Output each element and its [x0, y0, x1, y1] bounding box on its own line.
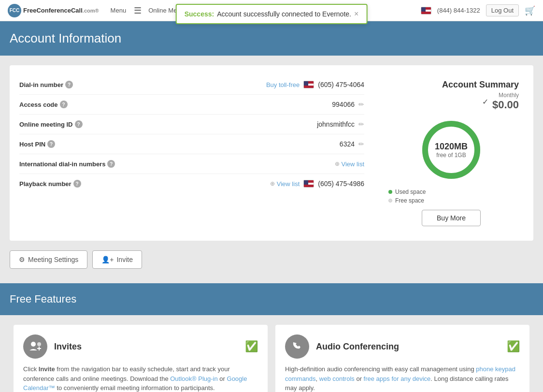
access-code-value: 994066 — [332, 101, 355, 108]
buy-more-button[interactable]: Buy More — [422, 210, 481, 226]
toast-close-button[interactable]: × — [354, 10, 358, 18]
toast-message: Account successfully connected to Everno… — [217, 10, 351, 18]
person-plus-icon: 👤+ — [101, 256, 114, 263]
meeting-id-help-icon[interactable]: ? — [75, 120, 83, 128]
feature-desc-audio: High-definition audio conferencing with … — [285, 364, 520, 392]
logo-text: FreeConferenceCall.com® — [23, 7, 99, 14]
account-summary-title: Account Summary — [384, 80, 519, 90]
field-value-access: 994066 ✏ — [332, 101, 364, 108]
svg-point-2 — [31, 342, 36, 347]
cart-icon[interactable]: 🛒 — [525, 5, 535, 16]
donut-mb: 1020MB — [435, 142, 468, 152]
field-value-dialin: Buy toll-free (605) 475-4064 — [266, 81, 364, 88]
field-label-dialin: Dial-in number ? — [19, 81, 126, 88]
feature-card-audio: Audio Conferencing ✅ High-definition aud… — [275, 325, 529, 392]
playback-help-icon[interactable]: ? — [73, 180, 81, 188]
field-label-access: Access code ? — [19, 101, 126, 108]
action-buttons: ⚙ Meeting Settings 👤+ Invite — [10, 250, 533, 269]
nav-menu[interactable]: Menu — [107, 5, 130, 16]
access-help-icon[interactable]: ? — [60, 101, 68, 108]
feature-header-invites: Invites ✅ — [23, 334, 258, 359]
invites-icon — [29, 340, 42, 353]
hamburger-icon[interactable]: ☰ — [134, 5, 142, 16]
features-header: Free Features — [0, 283, 543, 315]
field-row-access: Access code ? 994066 ✏ — [19, 95, 364, 115]
field-label-host-pin: Host PIN ? — [19, 140, 126, 148]
feature-title-invites: Invites — [54, 342, 238, 352]
legend-used: Used space — [388, 189, 426, 195]
toast-success-label: Success: — [185, 10, 214, 18]
legend-free-label: Free space — [395, 197, 424, 204]
success-toast: Success: Account successfully connected … — [176, 4, 368, 24]
intl-help-icon[interactable]: ? — [107, 160, 115, 168]
summary-section: Account Summary ✓ Monthly $0.00 — [379, 75, 524, 231]
audio-icon-circle — [285, 334, 309, 359]
dialin-number: (605) 475-4064 — [318, 81, 364, 88]
field-row-host-pin: Host PIN ? 6324 ✏ — [19, 134, 364, 154]
field-label-intl: International dial-in numbers ? — [19, 160, 126, 168]
page-title: Account Information — [10, 31, 533, 46]
feature-header-audio: Audio Conferencing ✅ — [285, 334, 520, 359]
meeting-settings-button[interactable]: ⚙ Meeting Settings — [10, 250, 87, 269]
features-title: Free Features — [10, 293, 533, 305]
host-pin-edit-icon[interactable]: ✏ — [358, 140, 364, 148]
audio-conferencing-icon — [291, 340, 303, 353]
meeting-id-edit-icon[interactable]: ✏ — [358, 120, 364, 128]
host-pin-value: 6324 — [340, 140, 355, 148]
field-value-intl: ⊕ View list — [335, 160, 364, 168]
legend-used-label: Used space — [395, 189, 426, 195]
dialin-flag-icon — [303, 81, 314, 88]
legend: Used space Free space — [388, 189, 426, 204]
field-row-meeting-id: Online meeting ID ? johnsmithfcc ✏ — [19, 115, 364, 134]
page-header: Account Information — [0, 21, 543, 56]
invites-check-icon: ✅ — [245, 340, 258, 353]
logo[interactable]: FCC FreeConferenceCall.com® — [8, 4, 99, 17]
audio-check-icon: ✅ — [507, 340, 520, 353]
donut-sub: free of 1GB — [435, 152, 468, 159]
monthly-label: Monthly — [492, 92, 519, 99]
account-fields: Dial-in number ? Buy toll-free (605) 475… — [19, 75, 364, 231]
playback-view-list-link[interactable]: ⊕ View list — [270, 180, 300, 188]
access-code-edit-icon[interactable]: ✏ — [358, 101, 364, 108]
summary-row: ✓ Monthly $0.00 — [384, 92, 519, 111]
field-label-meeting-id: Online meeting ID ? — [19, 120, 126, 128]
svg-point-3 — [37, 342, 41, 346]
donut-chart: 1020MB free of 1GB — [417, 116, 485, 184]
playback-number: (605) 475-4986 — [318, 180, 364, 188]
buy-toll-free-link[interactable]: Buy toll-free — [266, 81, 300, 88]
price-value: $0.00 — [492, 99, 519, 111]
free-apps-link[interactable]: free apps for any device — [364, 375, 431, 382]
check-icon: ✓ — [482, 97, 488, 106]
feature-title-audio: Audio Conferencing — [316, 342, 500, 352]
legend-free-dot — [388, 199, 392, 203]
field-label-playback: Playback number ? — [19, 180, 126, 188]
field-row-playback: Playback number ? ⊕ View list (605) 475-… — [19, 174, 364, 193]
intl-view-list-link[interactable]: ⊕ View list — [335, 160, 364, 168]
legend-free: Free space — [388, 197, 426, 204]
toast-wrapper: Success: Account successfully connected … — [176, 4, 368, 24]
field-value-playback: ⊕ View list (605) 475-4986 — [270, 180, 364, 188]
logo-circle: FCC — [8, 4, 21, 17]
field-value-host-pin: 6324 ✏ — [340, 140, 364, 148]
logout-button[interactable]: Log Out — [486, 4, 519, 16]
main-content: Dial-in number ? Buy toll-free (605) 475… — [0, 56, 543, 278]
outlook-plugin-link[interactable]: Outlook® Plug-in — [170, 375, 217, 382]
gear-icon: ⚙ — [19, 256, 25, 263]
web-controls-link[interactable]: web controls — [319, 375, 355, 382]
field-row-intl: International dial-in numbers ? ⊕ View l… — [19, 154, 364, 174]
features-grid: Invites ✅ Click Invite from the navigati… — [0, 315, 543, 392]
playback-flag-icon — [303, 180, 314, 188]
invites-icon-circle — [23, 334, 47, 359]
host-pin-help-icon[interactable]: ? — [47, 140, 55, 148]
invite-button[interactable]: 👤+ Invite — [92, 250, 142, 269]
feature-desc-invites: Click Invite from the navigation bar to … — [23, 364, 258, 392]
donut-center-text: 1020MB free of 1GB — [435, 142, 468, 159]
phone-number: (844) 844-1322 — [437, 7, 480, 14]
field-row-dialin: Dial-in number ? Buy toll-free (605) 475… — [19, 75, 364, 95]
dialin-help-icon[interactable]: ? — [65, 81, 73, 88]
navbar-right: (844) 844-1322 Log Out 🛒 — [421, 4, 535, 16]
field-value-meeting-id: johnsmithfcc ✏ — [317, 120, 364, 128]
legend-used-dot — [388, 190, 392, 194]
feature-card-invites: Invites ✅ Click Invite from the navigati… — [14, 325, 268, 392]
meeting-id-value: johnsmithfcc — [317, 120, 355, 128]
